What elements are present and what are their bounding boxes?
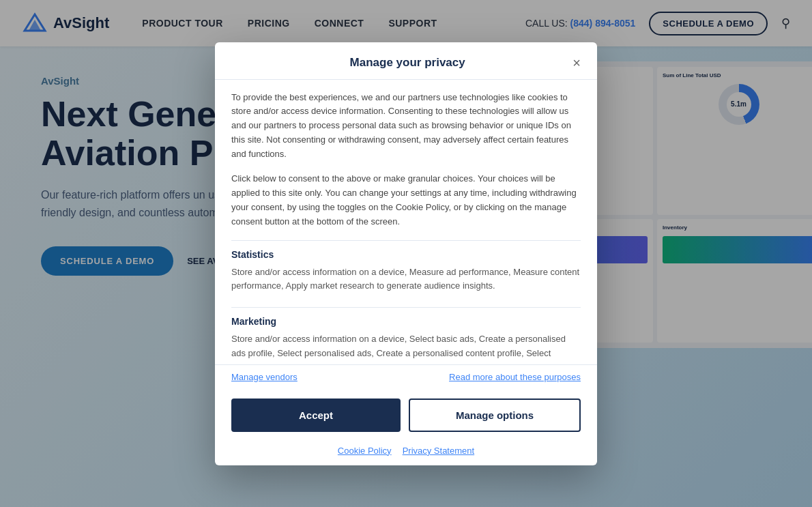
modal-click-below-text: Click below to consent to the above or m…: [231, 172, 581, 229]
modal-divider-1: [231, 240, 581, 241]
modal-close-button[interactable]: ×: [572, 56, 581, 70]
modal-title: Manage your privacy: [248, 56, 567, 70]
statistics-desc: Store and/or access information on a dev…: [231, 265, 581, 294]
privacy-statement-link[interactable]: Privacy Statement: [403, 446, 475, 456]
accept-button[interactable]: Accept: [231, 399, 401, 432]
modal-policy-links: Cookie Policy Privacy Statement: [215, 443, 597, 465]
statistics-title: Statistics: [231, 249, 581, 260]
modal-footer: Accept Manage options: [215, 390, 597, 443]
modal-body: To provide the best experiences, we and …: [215, 80, 597, 364]
read-more-link[interactable]: Read more about these purposes: [449, 372, 581, 382]
cookie-policy-link[interactable]: Cookie Policy: [338, 446, 392, 456]
manage-options-button[interactable]: Manage options: [409, 399, 581, 432]
modal-header: Manage your privacy ×: [215, 42, 597, 80]
marketing-title: Marketing: [231, 316, 581, 327]
modal-intro-text: To provide the best experiences, we and …: [231, 91, 581, 162]
modal-overlay: Manage your privacy × To provide the bes…: [0, 0, 812, 507]
modal-section-marketing: Marketing Store and/or access informatio…: [231, 316, 581, 364]
modal-divider-2: [231, 307, 581, 308]
privacy-modal: Manage your privacy × To provide the bes…: [215, 42, 597, 465]
modal-section-statistics: Statistics Store and/or access informati…: [231, 249, 581, 294]
modal-links-row: Manage vendors Read more about these pur…: [215, 364, 597, 390]
marketing-desc: Store and/or access information on a dev…: [231, 332, 581, 364]
manage-vendors-link[interactable]: Manage vendors: [231, 372, 298, 382]
